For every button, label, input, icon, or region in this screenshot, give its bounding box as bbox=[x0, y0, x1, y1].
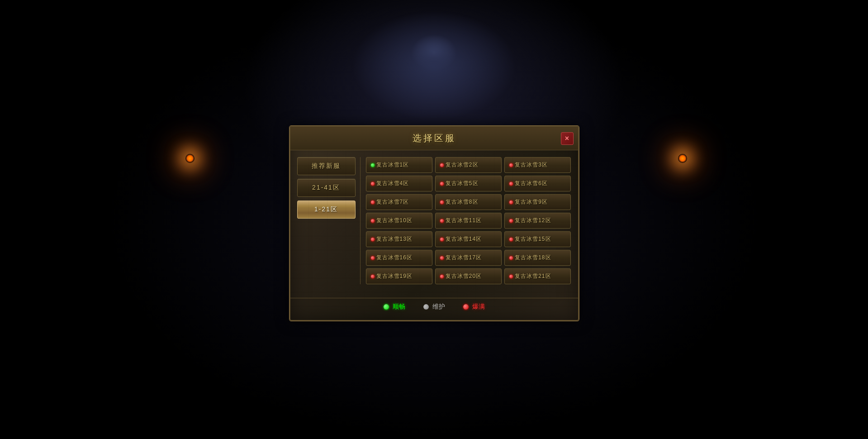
server-btn-s4[interactable]: 复古冰雪4区 bbox=[366, 176, 432, 191]
server-btn-s15[interactable]: 复古冰雪15区 bbox=[504, 231, 571, 247]
server-label-s10: 复古冰雪10区 bbox=[376, 217, 413, 224]
server-btn-s17[interactable]: 复古冰雪17区 bbox=[435, 250, 502, 266]
server-label-s13: 复古冰雪13区 bbox=[376, 235, 413, 243]
legend-full: 爆满 bbox=[463, 303, 485, 311]
server-label-s6: 复古冰雪6区 bbox=[515, 180, 548, 187]
server-status-dot-s8 bbox=[440, 200, 444, 204]
server-btn-s6[interactable]: 复古冰雪6区 bbox=[504, 176, 571, 191]
server-btn-s12[interactable]: 复古冰雪12区 bbox=[504, 213, 571, 229]
server-status-dot-s3 bbox=[509, 163, 513, 167]
server-btn-s1[interactable]: 复古冰雪1区 bbox=[366, 157, 432, 173]
server-label-s11: 复古冰雪11区 bbox=[446, 217, 482, 224]
server-label-s7: 复古冰雪7区 bbox=[376, 198, 409, 206]
server-status-dot-s1 bbox=[371, 163, 375, 167]
server-label-s15: 复古冰雪15区 bbox=[515, 235, 551, 243]
legend: 顺畅 维护 爆满 bbox=[290, 298, 578, 311]
legend-dot-gray bbox=[423, 304, 429, 310]
server-label-s5: 复古冰雪5区 bbox=[446, 180, 479, 187]
server-panel: 复古冰雪1区复古冰雪2区复古冰雪3区复古冰雪4区复古冰雪5区复古冰雪6区复古冰雪… bbox=[360, 157, 571, 284]
server-btn-s16[interactable]: 复古冰雪16区 bbox=[366, 250, 432, 266]
server-label-s2: 复古冰雪2区 bbox=[446, 161, 479, 169]
server-label-s4: 复古冰雪4区 bbox=[376, 180, 409, 187]
server-label-s3: 复古冰雪3区 bbox=[515, 161, 548, 169]
server-status-dot-s18 bbox=[509, 256, 513, 260]
server-btn-s5[interactable]: 复古冰雪5区 bbox=[435, 176, 502, 191]
server-status-dot-s7 bbox=[371, 200, 375, 204]
server-btn-s7[interactable]: 复古冰雪7区 bbox=[366, 194, 432, 210]
server-status-dot-s11 bbox=[440, 219, 444, 223]
server-btn-s11[interactable]: 复古冰雪11区 bbox=[435, 213, 502, 229]
legend-maintenance: 维护 bbox=[423, 303, 445, 311]
torch-right bbox=[669, 154, 696, 208]
category-btn-21-41[interactable]: 21-41区 bbox=[297, 179, 356, 197]
server-status-dot-s19 bbox=[371, 275, 375, 278]
server-status-dot-s15 bbox=[509, 238, 513, 241]
server-btn-s8[interactable]: 复古冰雪8区 bbox=[435, 194, 502, 210]
server-label-s17: 复古冰雪17区 bbox=[446, 254, 482, 262]
server-status-dot-s6 bbox=[509, 182, 513, 186]
server-status-dot-s5 bbox=[440, 182, 444, 186]
server-btn-s18[interactable]: 复古冰雪18区 bbox=[504, 250, 571, 266]
dialog-title: 选择区服 bbox=[413, 132, 456, 144]
server-label-s20: 复古冰雪20区 bbox=[446, 272, 482, 280]
legend-dot-green bbox=[384, 304, 389, 310]
server-label-s21: 复古冰雪21区 bbox=[515, 272, 551, 280]
server-label-s18: 复古冰雪18区 bbox=[515, 254, 551, 262]
server-label-s9: 复古冰雪9区 bbox=[515, 198, 548, 206]
server-btn-s19[interactable]: 复古冰雪19区 bbox=[366, 268, 432, 284]
server-btn-s14[interactable]: 复古冰雪14区 bbox=[435, 231, 502, 247]
server-btn-s9[interactable]: 复古冰雪9区 bbox=[504, 194, 571, 210]
server-label-s12: 复古冰雪12区 bbox=[515, 217, 551, 224]
close-button[interactable]: × bbox=[561, 132, 574, 145]
server-status-dot-s9 bbox=[509, 200, 513, 204]
server-btn-s3[interactable]: 复古冰雪3区 bbox=[504, 157, 571, 173]
server-status-dot-s4 bbox=[371, 182, 375, 186]
server-status-dot-s12 bbox=[509, 219, 513, 223]
server-label-s14: 复古冰雪14区 bbox=[446, 235, 482, 243]
server-btn-s10[interactable]: 复古冰雪10区 bbox=[366, 213, 432, 229]
server-status-dot-s13 bbox=[371, 238, 375, 241]
dialog-header: 选择区服 × bbox=[290, 127, 578, 150]
server-grid: 复古冰雪1区复古冰雪2区复古冰雪3区复古冰雪4区复古冰雪5区复古冰雪6区复古冰雪… bbox=[366, 157, 571, 284]
category-btn-recommended[interactable]: 推荐新服 bbox=[297, 157, 356, 175]
server-btn-s13[interactable]: 复古冰雪13区 bbox=[366, 231, 432, 247]
legend-label-smooth: 顺畅 bbox=[393, 303, 405, 311]
server-label-s16: 复古冰雪16区 bbox=[376, 254, 413, 262]
torch-left bbox=[176, 154, 204, 208]
server-btn-s2[interactable]: 复古冰雪2区 bbox=[435, 157, 502, 173]
server-select-dialog: 选择区服 × 推荐新服 21-41区 1-21区 复古冰雪1区复古冰雪2区复古冰… bbox=[289, 126, 579, 321]
server-status-dot-s21 bbox=[509, 275, 513, 278]
legend-label-maintenance: 维护 bbox=[432, 303, 445, 311]
server-label-s19: 复古冰雪19区 bbox=[376, 272, 413, 280]
server-btn-s20[interactable]: 复古冰雪20区 bbox=[435, 268, 502, 284]
category-panel: 推荐新服 21-41区 1-21区 bbox=[297, 157, 360, 284]
server-status-dot-s16 bbox=[371, 256, 375, 260]
server-btn-s21[interactable]: 复古冰雪21区 bbox=[504, 268, 571, 284]
server-label-s8: 复古冰雪8区 bbox=[446, 198, 479, 206]
server-label-s1: 复古冰雪1区 bbox=[376, 161, 409, 169]
legend-smooth: 顺畅 bbox=[384, 303, 405, 311]
server-status-dot-s17 bbox=[440, 256, 444, 260]
legend-label-full: 爆满 bbox=[472, 303, 485, 311]
server-status-dot-s20 bbox=[440, 275, 444, 278]
server-status-dot-s10 bbox=[371, 219, 375, 223]
category-btn-1-21[interactable]: 1-21区 bbox=[297, 200, 356, 219]
server-status-dot-s14 bbox=[440, 238, 444, 241]
server-status-dot-s2 bbox=[440, 163, 444, 167]
dialog-body: 推荐新服 21-41区 1-21区 复古冰雪1区复古冰雪2区复古冰雪3区复古冰雪… bbox=[290, 150, 578, 291]
legend-dot-red bbox=[463, 304, 469, 310]
